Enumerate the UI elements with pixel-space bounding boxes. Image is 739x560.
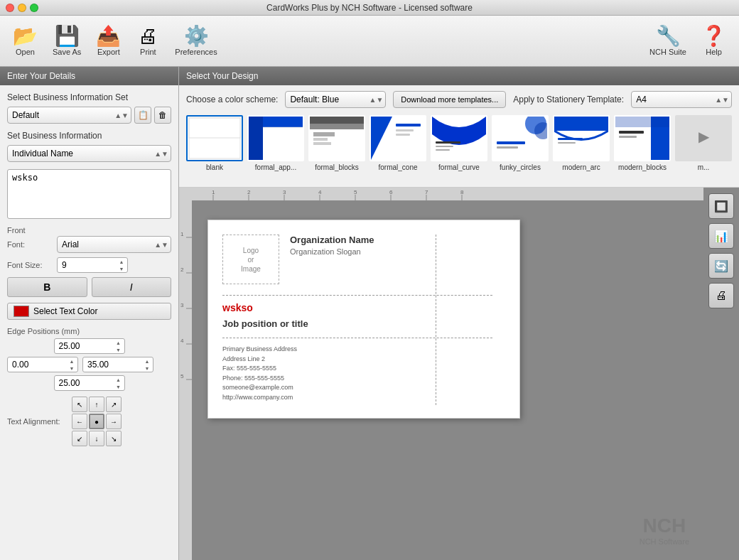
- align-middle-right[interactable]: →: [106, 414, 122, 429]
- preferences-button[interactable]: ⚙️ Preferences: [169, 23, 222, 59]
- help-button[interactable]: ❓ Help: [696, 23, 732, 59]
- svg-rect-19: [436, 146, 453, 147]
- template-formal-curve[interactable]: formal_curve: [431, 115, 487, 171]
- svg-text:7: 7: [425, 189, 428, 195]
- template-name-formal-cone: formal_cone: [378, 163, 417, 171]
- svg-text:1: 1: [212, 189, 215, 195]
- text-input[interactable]: wskso: [8, 170, 171, 216]
- svg-text:3: 3: [283, 189, 286, 195]
- template-name-formal-curve: formal_curve: [438, 163, 480, 171]
- window-title: CardWorks Plus by NCH Software - License…: [266, 3, 473, 13]
- font-size-up[interactable]: ▲: [117, 258, 126, 265]
- template-formal-cone[interactable]: formal_cone: [370, 115, 426, 171]
- toolbar-right: 🔧 NCH Suite ❓ Help: [644, 23, 732, 59]
- tool-rotate-button[interactable]: 🔄: [708, 253, 734, 279]
- tool-chart-button[interactable]: 📊: [708, 223, 734, 249]
- edge-bottom-row: ▲ ▼: [7, 375, 171, 391]
- print-label: Print: [140, 48, 156, 56]
- toolbar: 📂 Open 💾 Save As 📤 Export 🖨 Print ⚙️ Pre…: [0, 16, 739, 67]
- align-bottom-right[interactable]: ↘: [106, 431, 122, 446]
- svg-text:4: 4: [180, 338, 184, 344]
- stationery-select[interactable]: A4 Letter: [631, 91, 732, 108]
- template-formal-blocks[interactable]: formal_blocks: [308, 115, 365, 171]
- align-bottom-left[interactable]: ↙: [72, 431, 87, 446]
- font-select[interactable]: Arial Helvetica Times New Roman: [57, 236, 171, 253]
- download-templates-button[interactable]: Download more templates...: [393, 91, 506, 108]
- svg-text:5: 5: [180, 373, 184, 379]
- print-button[interactable]: 🖨 Print: [130, 23, 166, 59]
- ruler-vertical: 1 2 3 4 5: [179, 188, 192, 560]
- formal-cone-svg: [371, 117, 425, 160]
- edge-left-up[interactable]: ▲: [67, 357, 77, 365]
- template-formal-app[interactable]: formal_app...: [247, 115, 304, 171]
- design-controls: Choose a color scheme: Default: Blue Red…: [186, 91, 732, 108]
- align-middle-left[interactable]: ←: [72, 414, 87, 429]
- template-name-funky-circles: funky_circles: [500, 163, 541, 171]
- open-button[interactable]: 📂 Open: [7, 23, 43, 59]
- close-button[interactable]: [6, 4, 14, 12]
- template-thumb-modern-blocks: [614, 115, 671, 161]
- tool-select-button[interactable]: 🔲: [708, 193, 734, 219]
- save-icon: 💾: [55, 26, 80, 46]
- business-type-select[interactable]: Individual Name Organization Other: [7, 145, 171, 162]
- align-grid-row: Text Alignment: ↖ ↑ ↗ ← ● → ↙ ↓ ↘: [7, 397, 171, 446]
- template-funky-circles[interactable]: funky_circles: [492, 115, 549, 171]
- tool-print-button[interactable]: 🖨: [708, 283, 734, 308]
- edge-right-wrapper: ▲ ▼: [82, 357, 153, 372]
- main-container: Enter Your Details Select Business Infor…: [0, 67, 739, 560]
- alignment-section: Text Alignment: ↖ ↑ ↗ ← ● → ↙ ↓ ↘: [7, 397, 171, 446]
- minimize-button[interactable]: [18, 4, 26, 12]
- color-scheme-select[interactable]: Default: Blue Red Green: [285, 91, 386, 108]
- card-person-name: wskso: [222, 302, 253, 313]
- copy-info-button[interactable]: 📋: [134, 107, 151, 124]
- front-label: Front: [7, 226, 171, 235]
- align-bottom-center[interactable]: ↓: [89, 431, 104, 446]
- edge-top-down[interactable]: ▼: [114, 346, 124, 353]
- template-modern-blocks[interactable]: modern_blocks: [614, 115, 671, 171]
- delete-info-button[interactable]: 🗑: [154, 107, 171, 124]
- edge-bottom-up[interactable]: ▲: [114, 376, 124, 383]
- titlebar: CardWorks Plus by NCH Software - License…: [0, 0, 739, 16]
- align-top-right[interactable]: ↗: [106, 397, 122, 412]
- template-thumb-more: ▶: [675, 115, 732, 161]
- left-panel-header: Enter Your Details: [0, 67, 178, 85]
- svg-text:4: 4: [318, 189, 322, 195]
- edge-right-down[interactable]: ▼: [142, 365, 152, 372]
- edge-top-up[interactable]: ▲: [114, 339, 124, 346]
- export-icon: 📤: [96, 26, 121, 46]
- card-preview: Logo or Image Organization Name Organiza…: [207, 220, 520, 419]
- bold-button[interactable]: B: [7, 277, 87, 297]
- font-size-down[interactable]: ▼: [117, 265, 126, 272]
- font-row: Font: Arial Helvetica Times New Roman ▲▼: [7, 236, 171, 253]
- funky-circles-svg: [493, 117, 547, 160]
- align-top-left[interactable]: ↖: [72, 397, 87, 412]
- align-middle-center[interactable]: ●: [89, 414, 104, 429]
- ruler-h-svg: 1 2 3 4 5 6 7 8: [192, 188, 703, 200]
- align-top-center[interactable]: ↑: [89, 397, 104, 412]
- business-info-set-select[interactable]: Default: [7, 107, 131, 124]
- svg-rect-32: [615, 117, 669, 127]
- edge-top-stepper: ▲ ▼: [114, 339, 124, 353]
- export-button[interactable]: 📤 Export: [90, 23, 126, 59]
- edge-bottom-wrapper: ▲ ▼: [54, 375, 125, 391]
- svg-rect-24: [497, 141, 525, 144]
- select-text-color-button[interactable]: Select Text Color: [7, 303, 171, 320]
- template-modern-arc[interactable]: modern_arc: [553, 115, 610, 171]
- italic-button[interactable]: I: [92, 277, 172, 297]
- font-size-stepper: ▲ ▼: [117, 258, 126, 272]
- open-label: Open: [16, 48, 35, 56]
- edge-bottom-down[interactable]: ▼: [114, 383, 124, 390]
- template-more[interactable]: ▶ m...: [675, 115, 732, 171]
- modern-blocks-svg: [615, 117, 669, 160]
- edge-right-up[interactable]: ▲: [142, 357, 152, 365]
- guide-line-h-top: [222, 295, 492, 296]
- nch-suite-label: NCH Suite: [649, 48, 686, 56]
- template-blank[interactable]: blank: [186, 115, 243, 171]
- template-thumb-funky-circles: [492, 115, 549, 161]
- templates-strip: blank formal_app...: [186, 115, 732, 176]
- edge-left-down[interactable]: ▼: [67, 365, 77, 372]
- template-thumb-formal-blocks: [308, 115, 365, 161]
- maximize-button[interactable]: [30, 4, 38, 12]
- nch-suite-button[interactable]: 🔧 NCH Suite: [644, 23, 692, 59]
- save-as-button[interactable]: 💾 Save As: [47, 23, 87, 59]
